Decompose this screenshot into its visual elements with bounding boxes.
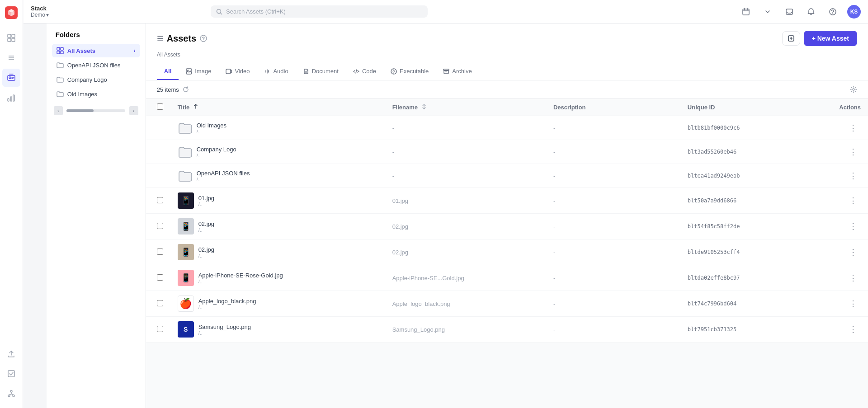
svg-rect-31: [226, 69, 231, 74]
asset-name[interactable]: Old Images: [197, 122, 226, 129]
scroll-left[interactable]: ‹: [54, 106, 63, 115]
sort-fn-icon[interactable]: [421, 104, 427, 109]
nav-upload[interactable]: [2, 345, 20, 363]
scroll-right[interactable]: ›: [129, 106, 138, 115]
table-row: Old Images /.. - - bltb81bf0000c9c6 ⋮: [146, 116, 868, 140]
asset-name[interactable]: OpenAPI JSON files: [197, 170, 250, 177]
svg-rect-2: [12, 34, 15, 38]
asset-name[interactable]: 02.jpg: [198, 246, 214, 253]
sidebar-item-openapi[interactable]: OpenAPI JSON files: [52, 58, 140, 72]
content-header: ☰ Assets + New Asset: [146, 23, 868, 80]
tab-image[interactable]: Image: [179, 63, 218, 80]
nav-assets[interactable]: [2, 69, 20, 87]
col-header-uid: Unique ID: [680, 99, 815, 116]
bell-icon[interactable]: [804, 5, 818, 19]
svg-point-26: [200, 35, 207, 42]
asset-title-cell: Company Logo /..: [178, 145, 378, 159]
asset-title-cell: OpenAPI JSON files /..: [178, 169, 378, 183]
table-row: S Samsung_Logo.png /.. Samsung_Logo.png …: [146, 317, 868, 342]
sidebar-item-old-images[interactable]: Old Images: [52, 87, 140, 101]
search-icon: [216, 9, 222, 15]
tab-executable[interactable]: Executable: [383, 63, 436, 80]
col-header-title: Title: [170, 99, 385, 116]
row-more-button[interactable]: ⋮: [845, 169, 861, 183]
sidebar-item-openapi-label: OpenAPI JSON files: [67, 62, 121, 69]
asset-uid: bltde9105253cff4: [680, 239, 815, 265]
asset-name[interactable]: Apple_logo_black.png: [198, 298, 256, 305]
tab-video[interactable]: Video: [218, 63, 257, 80]
refresh-icon[interactable]: [183, 86, 189, 93]
row-more-button[interactable]: ⋮: [845, 245, 861, 259]
nav-grid[interactable]: [2, 29, 20, 47]
asset-filename: Apple_logo_black.png: [385, 291, 546, 317]
nav-list[interactable]: [2, 49, 20, 67]
main-layout: Folders All Assets › OpenAPI JSON files …: [47, 23, 868, 408]
sidebar-scrollbar[interactable]: [66, 109, 125, 112]
row-more-button[interactable]: ⋮: [845, 194, 861, 207]
search-bar[interactable]: Search Assets (Ctrl+K): [211, 5, 428, 18]
asset-name[interactable]: Apple-iPhone-SE-Rose-Gold.jpg: [198, 272, 283, 279]
image-thumb: 📱: [178, 244, 194, 260]
row-more-button[interactable]: ⋮: [845, 297, 861, 310]
hamburger-icon[interactable]: ☰: [157, 34, 163, 43]
sort-icon[interactable]: [193, 104, 198, 109]
svg-point-9: [9, 77, 11, 79]
asset-name[interactable]: Samsung_Logo.png: [198, 324, 251, 330]
new-asset-button[interactable]: + New Asset: [804, 31, 857, 46]
upload-button[interactable]: [782, 31, 800, 46]
dropdown-icon[interactable]: [760, 5, 775, 19]
asset-name[interactable]: Company Logo: [197, 146, 236, 153]
folder-icon: [57, 61, 64, 69]
asset-title-cell: 📱 Apple-iPhone-SE-Rose-Gold.jpg /..: [178, 270, 378, 286]
select-all-checkbox[interactable]: [157, 103, 163, 110]
asset-path: /..: [198, 330, 251, 336]
row-checkbox[interactable]: [157, 300, 163, 306]
tab-code[interactable]: Code: [346, 63, 383, 80]
code-icon: [353, 68, 359, 75]
row-checkbox[interactable]: [157, 326, 163, 332]
sidebar-item-company-logo[interactable]: Company Logo: [52, 73, 140, 86]
tab-audio[interactable]: Audio: [257, 63, 295, 80]
nav-signal[interactable]: [2, 89, 20, 107]
asset-description: -: [546, 188, 680, 214]
row-checkbox[interactable]: [157, 197, 163, 203]
tab-code-label: Code: [362, 68, 376, 75]
sidebar: Folders All Assets › OpenAPI JSON files …: [47, 23, 146, 408]
calendar-icon[interactable]: [739, 5, 753, 19]
inbox-icon[interactable]: [782, 5, 797, 19]
asset-path: /..: [197, 153, 236, 158]
svg-rect-13: [8, 370, 14, 377]
asset-name[interactable]: 01.jpg: [198, 195, 214, 202]
row-checkbox[interactable]: [157, 223, 163, 229]
tab-audio-label: Audio: [273, 68, 288, 75]
row-more-button[interactable]: ⋮: [845, 145, 861, 159]
row-more-button[interactable]: ⋮: [845, 323, 861, 336]
tab-archive[interactable]: Archive: [436, 63, 479, 80]
svg-point-30: [188, 70, 189, 71]
help-icon[interactable]: [826, 5, 840, 19]
svg-point-15: [8, 395, 10, 397]
asset-name[interactable]: 02.jpg: [198, 220, 214, 227]
sidebar-item-all-assets[interactable]: All Assets ›: [52, 44, 140, 57]
tab-all[interactable]: All: [157, 63, 179, 80]
app-logo[interactable]: [4, 5, 19, 20]
asset-path: /..: [198, 253, 214, 258]
content-area: ☰ Assets + New Asset: [146, 23, 868, 408]
row-checkbox[interactable]: [157, 249, 163, 255]
nav-deploy[interactable]: [2, 385, 20, 403]
row-checkbox[interactable]: [157, 274, 163, 281]
table-settings-icon[interactable]: [850, 86, 857, 93]
asset-description: -: [546, 140, 680, 164]
tab-document[interactable]: Document: [296, 63, 346, 80]
svg-point-21: [832, 13, 833, 14]
svg-rect-22: [57, 47, 60, 50]
nav-tasks[interactable]: [2, 365, 20, 383]
asset-title-cell: 🍎 Apple_logo_black.png /..: [178, 295, 378, 312]
row-more-button[interactable]: ⋮: [845, 220, 861, 233]
row-more-button[interactable]: ⋮: [845, 271, 861, 285]
app-env[interactable]: Demo ▾: [31, 12, 49, 18]
svg-point-27: [203, 39, 204, 40]
row-more-button[interactable]: ⋮: [845, 121, 861, 135]
help-circle-icon[interactable]: [200, 35, 207, 42]
user-avatar[interactable]: KS: [847, 5, 861, 19]
